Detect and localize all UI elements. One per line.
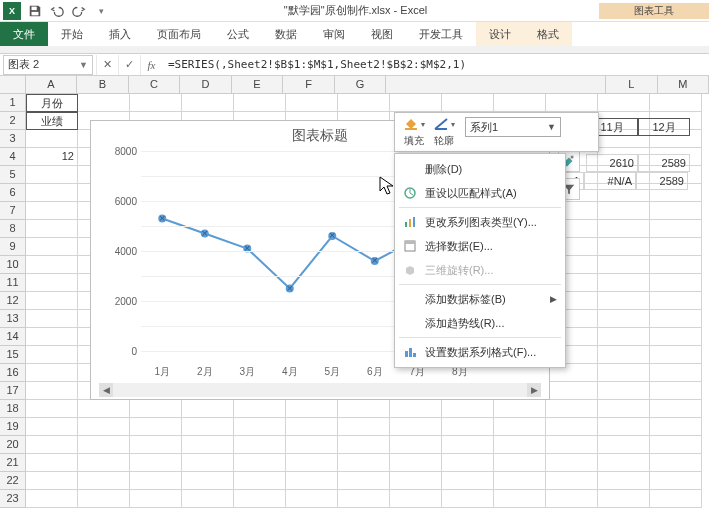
cell[interactable] [390, 472, 442, 490]
cell[interactable] [338, 400, 390, 418]
save-button[interactable] [24, 1, 46, 21]
cell[interactable] [26, 238, 78, 256]
name-box[interactable]: 图表 2 ▼ [3, 55, 93, 75]
tab-format[interactable]: 格式 [524, 22, 572, 46]
cell-L2[interactable]: 2610 [586, 154, 638, 172]
cell[interactable] [494, 454, 546, 472]
cancel-icon[interactable]: ✕ [96, 55, 118, 75]
fx-button[interactable]: fx [140, 55, 162, 75]
row-16[interactable]: 16 [0, 364, 26, 382]
cell[interactable] [598, 454, 650, 472]
cell[interactable] [494, 400, 546, 418]
row-4[interactable]: 4 [0, 148, 26, 166]
cell[interactable] [442, 418, 494, 436]
row-14[interactable]: 14 [0, 328, 26, 346]
cell[interactable] [338, 94, 390, 112]
row-5[interactable]: 5 [0, 166, 26, 184]
row-19[interactable]: 19 [0, 418, 26, 436]
cell[interactable] [234, 472, 286, 490]
cell[interactable] [26, 346, 78, 364]
cell[interactable] [182, 400, 234, 418]
cell[interactable] [234, 94, 286, 112]
cell[interactable] [234, 400, 286, 418]
tab-file[interactable]: 文件 [0, 22, 48, 46]
cell[interactable] [78, 94, 130, 112]
cell[interactable] [26, 202, 78, 220]
cell[interactable] [546, 418, 598, 436]
cell[interactable] [442, 400, 494, 418]
cell[interactable] [598, 310, 650, 328]
qat-customize[interactable]: ▾ [90, 1, 112, 21]
cell[interactable] [26, 454, 78, 472]
cell[interactable] [130, 94, 182, 112]
cell[interactable] [390, 454, 442, 472]
row-17[interactable]: 17 [0, 382, 26, 400]
cell[interactable] [598, 436, 650, 454]
cell[interactable] [26, 382, 78, 400]
row-18[interactable]: 18 [0, 400, 26, 418]
cell[interactable] [598, 292, 650, 310]
select-all-corner[interactable] [0, 76, 26, 94]
menu-reset-style[interactable]: 重设以匹配样式(A) [395, 181, 565, 205]
cell[interactable] [650, 310, 702, 328]
fill-button[interactable]: ▾ 填充 [403, 115, 425, 148]
cell[interactable] [26, 256, 78, 274]
cell[interactable] [650, 436, 702, 454]
row-9[interactable]: 9 [0, 238, 26, 256]
scroll-right-icon[interactable]: ▶ [527, 383, 541, 397]
cell[interactable] [494, 436, 546, 454]
cell[interactable] [598, 382, 650, 400]
tab-view[interactable]: 视图 [358, 22, 406, 46]
cell[interactable] [598, 400, 650, 418]
row-1[interactable]: 1 [0, 94, 26, 112]
row-20[interactable]: 20 [0, 436, 26, 454]
cell[interactable] [546, 472, 598, 490]
cell[interactable] [182, 436, 234, 454]
cell[interactable] [546, 400, 598, 418]
cell[interactable] [494, 94, 546, 112]
menu-delete[interactable]: 删除(D) [395, 157, 565, 181]
cell[interactable] [130, 490, 182, 508]
cell[interactable] [650, 472, 702, 490]
cell[interactable] [26, 220, 78, 238]
cell[interactable] [598, 256, 650, 274]
cell[interactable] [234, 454, 286, 472]
row-10[interactable]: 10 [0, 256, 26, 274]
cell[interactable] [78, 490, 130, 508]
col-A[interactable]: A [26, 76, 78, 94]
cell[interactable] [130, 418, 182, 436]
row-11[interactable]: 11 [0, 274, 26, 292]
cell[interactable] [182, 490, 234, 508]
menu-change-chart-type[interactable]: 更改系列图表类型(Y)... [395, 210, 565, 234]
cell[interactable] [598, 220, 650, 238]
col-L[interactable]: L [606, 76, 658, 94]
tab-insert[interactable]: 插入 [96, 22, 144, 46]
cell[interactable] [650, 418, 702, 436]
row-15[interactable]: 15 [0, 346, 26, 364]
row-13[interactable]: 13 [0, 310, 26, 328]
row-7[interactable]: 7 [0, 202, 26, 220]
row-12[interactable]: 12 [0, 292, 26, 310]
tab-design[interactable]: 设计 [476, 22, 524, 46]
tab-developer[interactable]: 开发工具 [406, 22, 476, 46]
cell[interactable] [26, 364, 78, 382]
cell[interactable] [442, 490, 494, 508]
row-23[interactable]: 23 [0, 490, 26, 508]
cell[interactable] [130, 400, 182, 418]
cell[interactable] [650, 364, 702, 382]
cell[interactable] [650, 490, 702, 508]
cell[interactable] [26, 400, 78, 418]
cell[interactable]: 12 [26, 148, 78, 166]
cell[interactable] [286, 454, 338, 472]
cell[interactable] [650, 220, 702, 238]
menu-add-data-labels[interactable]: 添加数据标签(B) ▶ [395, 287, 565, 311]
col-D[interactable]: D [180, 76, 232, 94]
cell[interactable] [546, 490, 598, 508]
cell[interactable] [650, 274, 702, 292]
cell[interactable] [650, 454, 702, 472]
cell[interactable] [130, 454, 182, 472]
menu-select-data[interactable]: 选择数据(E)... [395, 234, 565, 258]
cell[interactable] [598, 202, 650, 220]
outline-button[interactable]: ▾ 轮廓 [433, 115, 455, 148]
cell[interactable] [338, 436, 390, 454]
